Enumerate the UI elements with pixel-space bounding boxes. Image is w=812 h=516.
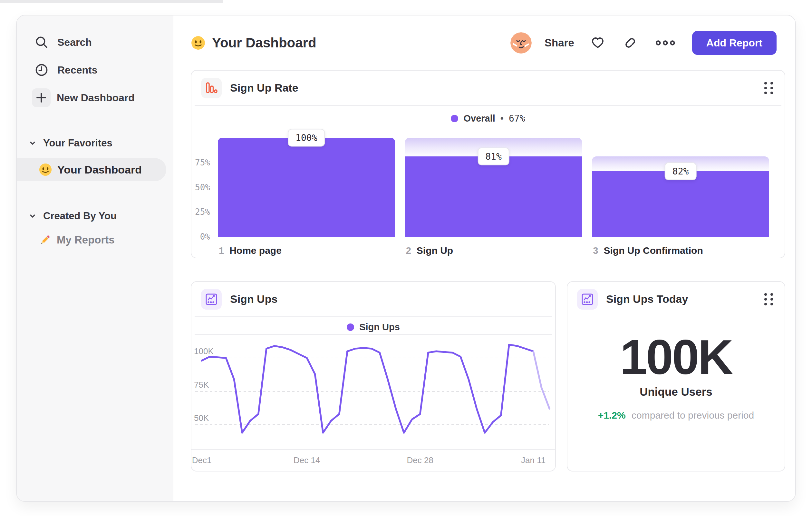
sign-up-rate-card: Sign Up Rate Overall • 67% 75%50%25%0%10… [191,70,785,258]
funnel-bar[interactable] [592,171,769,237]
drag-handle-icon[interactable] [762,80,775,96]
line-chart-icon [201,289,222,309]
line-ytick-label: 100K [194,346,214,356]
created-section-header[interactable]: Created By You [17,208,173,224]
line-series[interactable] [202,345,533,433]
line-chart-icon [577,289,598,309]
funnel-ytick-label: 25% [192,207,210,217]
funnel-legend[interactable]: Overall • 67% [192,112,785,125]
more-options-button[interactable] [656,39,675,47]
main-content: Your Dashboard Share [173,16,795,501]
line-legend[interactable]: Sign Ups [192,321,555,333]
sidebar-item-recents[interactable]: Recents [17,56,173,84]
sign-ups-card: Sign Ups Sign Ups 100K75K50KDec1Dec 14De… [191,281,556,471]
clock-icon [34,62,49,77]
divider [195,105,781,106]
card-title: Sign Up Rate [230,82,298,94]
bar-chart-icon [201,78,222,98]
sidebar-item-label: New Dashboard [57,92,135,104]
card-title: Sign Ups Today [606,293,688,305]
card-title: Sign Ups [230,293,278,305]
card-header: Sign Ups [192,282,555,316]
delta-value: +1.2% [598,410,626,420]
favorite-heart-button[interactable] [591,36,605,49]
card-header: Sign Up Rate [192,71,785,105]
add-report-button[interactable]: Add Report [692,31,777,55]
legend-series-name: Overall [463,113,495,124]
sidebar: Search Recents New Dashboard [17,16,173,501]
smiley-emoji [191,35,206,50]
big-number-value: 100K [568,330,785,384]
heart-icon [591,36,605,49]
funnel-ytick-label: 75% [192,158,210,167]
funnel-bar[interactable] [405,156,582,237]
legend-series-name: Sign Ups [359,322,400,332]
funnel-value-chip: 82% [665,163,697,180]
page-title: Your Dashboard [212,35,316,51]
page-title-wrap: Your Dashboard [191,35,316,51]
line-ytick-label: 50K [194,413,209,423]
sidebar-item-your-dashboard[interactable]: Your Dashboard [17,158,166,181]
sidebar-item-my-reports[interactable]: My Reports [17,228,173,251]
chevron-down-icon [28,139,37,147]
copy-link-button[interactable] [623,36,637,50]
app-window: Search Recents New Dashboard [16,15,796,502]
line-xtick-label: Dec1 [192,455,212,465]
share-button[interactable]: Share [545,37,574,49]
funnel-ytick-label: 50% [192,183,210,192]
sidebar-item-label: Search [57,36,92,48]
ellipsis-icon [656,39,675,47]
favorites-section-header[interactable]: Your Favorites [17,135,173,151]
sidebar-item-search[interactable]: Search [17,28,173,56]
smiley-emoji [39,163,52,176]
sidebar-item-new-dashboard[interactable]: New Dashboard [17,84,173,112]
funnel-value-chip: 81% [477,148,510,165]
funnel-step-label: 3Sign Up Confirmation [593,245,703,256]
line-chart-plot: 100K75K50KDec1Dec 14Dec 28Jan 11 [192,337,555,472]
link-icon [623,36,637,50]
legend-overall-value: 67% [509,113,525,124]
line-xtick-label: Dec 14 [294,455,320,465]
sidebar-section-favorites: Your Favorites Your Dashboard [17,135,173,181]
legend-separator: • [500,113,504,124]
funnel-plot: 75%50%25%0%100%1Home page81%2Sign Up82%3… [192,138,785,237]
avatar[interactable] [511,32,532,54]
header-toolbar: Share [511,31,777,55]
big-number-label: Unique Users [568,385,785,398]
legend-dot [347,323,354,331]
divider [195,316,552,317]
sidebar-item-label: Your Dashboard [57,164,142,176]
funnel-bar[interactable] [218,138,395,237]
section-label: Created By You [43,210,117,222]
sidebar-section-created-by-you: Created By You My Reports [17,208,173,251]
line-xtick-label: Jan 11 [521,455,546,465]
line-xtick-label: Dec 28 [407,455,433,465]
legend-dot [451,115,458,122]
search-icon [34,35,49,50]
section-label: Your Favorites [43,137,112,149]
page-header: Your Dashboard Share [173,16,795,70]
sign-ups-today-card: Sign Ups Today 100K Unique Users +1.2% c… [567,281,785,471]
plus-icon [32,88,51,107]
card-header: Sign Ups Today [568,282,785,316]
background-window-edge [0,0,223,3]
delta-note: compared to previous period [632,410,754,420]
sidebar-item-label: Recents [57,64,98,76]
big-number-body: 100K Unique Users +1.2% compared to prev… [568,330,785,421]
funnel-step-label: 1Home page [219,245,282,256]
funnel-value-chip: 100% [288,129,325,147]
sidebar-item-label: My Reports [57,234,115,246]
funnel-step-label: 2Sign Up [406,245,453,256]
drag-handle-icon[interactable] [762,291,775,307]
line-series-incomplete [533,351,549,409]
funnel-ytick-label: 0% [192,232,210,242]
chevron-down-icon [28,212,37,220]
pencil-emoji [39,234,52,246]
delta-row: +1.2% compared to previous period [568,410,785,421]
divider [195,334,552,335]
line-ytick-label: 75K [194,380,209,389]
